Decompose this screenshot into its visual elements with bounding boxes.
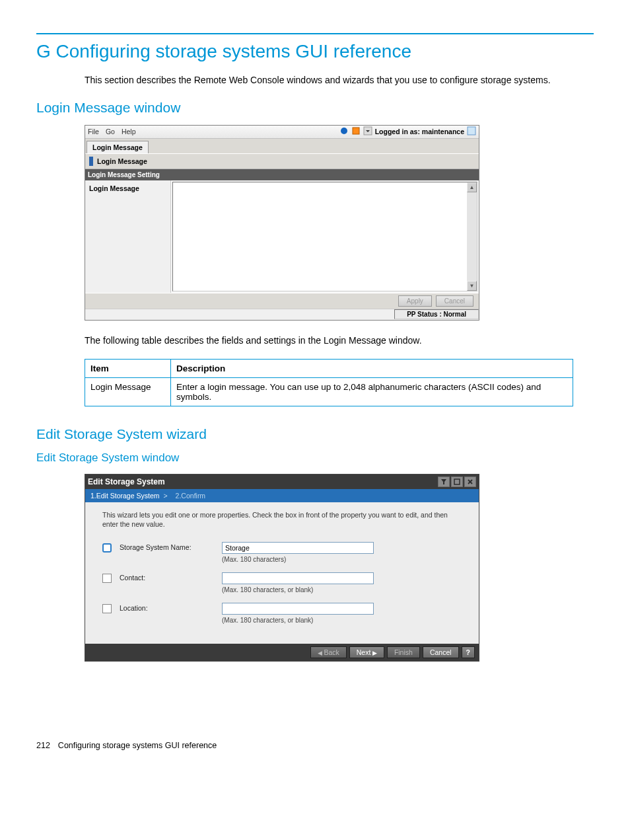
pp-status-label: PP Status : Normal — [394, 309, 479, 319]
page-footer: 212 Configuring storage systems GUI refe… — [36, 741, 594, 750]
svg-rect-4 — [454, 479, 460, 484]
cancel-button[interactable]: Cancel — [423, 646, 459, 658]
dropdown-icon[interactable] — [363, 126, 372, 137]
next-button[interactable]: Next ▶ — [349, 646, 384, 658]
footer-text: Configuring storage systems GUI referenc… — [58, 741, 217, 750]
table-row: Login Message Enter a login message. You… — [85, 377, 573, 406]
svg-rect-3 — [468, 127, 475, 135]
menu-go[interactable]: Go — [106, 128, 115, 135]
finish-button[interactable]: Finish — [387, 646, 420, 658]
login-message-textarea[interactable]: ▲ ▼ — [172, 182, 477, 291]
th-description: Description — [171, 359, 573, 377]
cancel-button[interactable]: Cancel — [436, 295, 473, 307]
hint-storage-name: (Max. 180 characters) — [222, 556, 462, 563]
input-contact[interactable] — [222, 572, 374, 584]
scroll-up-icon[interactable]: ▲ — [467, 182, 477, 192]
close-icon[interactable] — [464, 477, 476, 487]
wizard-instruction: This wizard lets you edit one or more pr… — [102, 510, 462, 529]
intro-paragraph: This section describes the Remote Web Co… — [85, 74, 594, 87]
apply-button[interactable]: Apply — [398, 295, 432, 307]
login-message-screenshot: File Go Help Logged in as: maintenance — [85, 125, 594, 321]
dialog-title: Edit Storage System — [88, 477, 165, 486]
tab-login-message[interactable]: Login Message — [87, 141, 149, 153]
edit-wizard-heading: Edit Storage System wizard — [36, 426, 594, 442]
menu-help[interactable]: Help — [122, 128, 136, 135]
filter-icon[interactable] — [438, 477, 450, 487]
wizard-breadcrumb: 1.Edit Storage System > 2.Confirm — [85, 489, 479, 502]
page-title: G Configuring storage systems GUI refere… — [36, 41, 594, 62]
menubar: File Go Help Logged in as: maintenance — [85, 126, 479, 139]
back-button[interactable]: ◀ Back — [310, 646, 347, 658]
label-location: Location: — [120, 603, 222, 612]
td-item: Login Message — [85, 377, 171, 406]
edit-window-subheading: Edit Storage System window — [36, 451, 594, 465]
svg-point-0 — [341, 128, 347, 134]
th-item: Item — [85, 359, 171, 377]
checkbox-contact[interactable] — [102, 574, 112, 583]
breadcrumb-step2: 2.Confirm — [176, 492, 206, 500]
tab-row: Login Message — [85, 139, 479, 153]
help-button[interactable]: ? — [462, 646, 475, 658]
svg-rect-1 — [353, 128, 359, 134]
breadcrumb-step1: 1.Edit Storage System — [90, 492, 159, 500]
logged-in-label: Logged in as: maintenance — [375, 128, 464, 135]
session-icon — [467, 126, 476, 137]
maximize-icon[interactable] — [451, 477, 463, 487]
label-storage-name: Storage System Name: — [120, 542, 222, 551]
checkbox-storage-name[interactable] — [102, 543, 112, 553]
input-storage-name[interactable] — [222, 542, 374, 554]
label-contact: Contact: — [120, 572, 222, 582]
checkbox-location[interactable] — [102, 604, 112, 613]
section-bar-label: Login Message — [97, 157, 147, 165]
hint-location: (Max. 180 characters, or blank) — [222, 617, 462, 624]
input-location[interactable] — [222, 603, 374, 615]
login-message-heading: Login Message window — [36, 100, 594, 116]
top-divider — [36, 33, 594, 34]
login-table-caption: The following table describes the fields… — [85, 335, 594, 346]
table-header-row: Item Description — [85, 359, 573, 377]
status-bar: PP Status : Normal — [85, 309, 479, 320]
breadcrumb-separator: > — [163, 492, 167, 500]
scroll-down-icon[interactable]: ▼ — [467, 281, 477, 291]
edit-storage-system-screenshot: Edit Storage System 1.Edit Storage Syste… — [85, 474, 479, 662]
menu-file[interactable]: File — [88, 128, 99, 135]
subsection-bar: Login Message Setting — [85, 169, 479, 180]
hint-contact: (Max. 180 characters, or blank) — [222, 586, 462, 593]
status-icon — [339, 126, 349, 137]
section-marker-icon — [89, 157, 93, 166]
scrollbar[interactable]: ▲ ▼ — [467, 182, 477, 291]
section-bar: Login Message — [85, 153, 479, 169]
td-description: Enter a login message. You can use up to… — [171, 377, 573, 406]
login-message-table: Item Description Login Message Enter a l… — [85, 359, 573, 406]
window-icon — [351, 126, 361, 137]
login-message-label: Login Message — [85, 180, 171, 293]
page-number: 212 — [36, 741, 50, 750]
